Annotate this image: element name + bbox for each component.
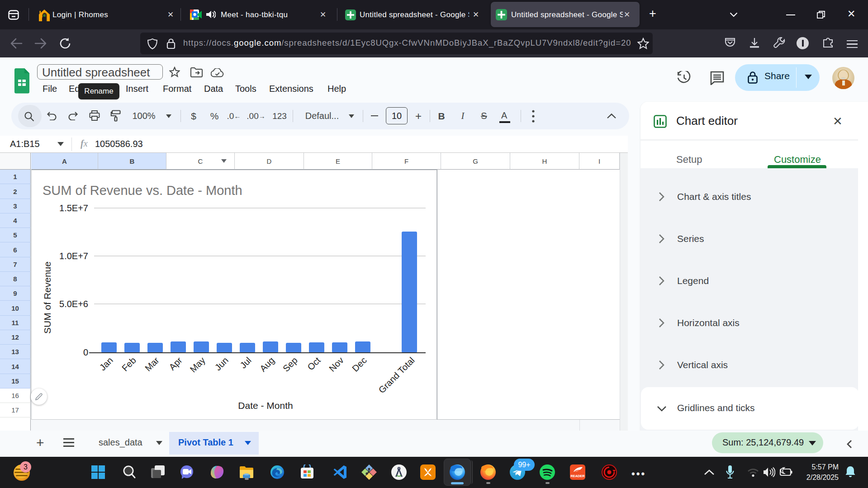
svg-text:Jan: Jan bbox=[97, 355, 114, 372]
svg-text:Sep: Sep bbox=[281, 355, 299, 374]
svg-text:1.5E+7: 1.5E+7 bbox=[59, 203, 88, 213]
svg-text:SUM of Revenue: SUM of Revenue bbox=[42, 261, 52, 334]
svg-text:5.0E+6: 5.0E+6 bbox=[59, 299, 88, 309]
svg-text:Oct: Oct bbox=[305, 355, 323, 372]
svg-text:SUM of Revenue vs. Date - Mont: SUM of Revenue vs. Date - Month bbox=[43, 183, 242, 198]
svg-text:Aug: Aug bbox=[258, 355, 276, 374]
svg-text:Dec: Dec bbox=[350, 355, 369, 374]
svg-text:Jun: Jun bbox=[213, 355, 230, 372]
svg-text:1.0E+7: 1.0E+7 bbox=[59, 251, 88, 261]
svg-text:Jul: Jul bbox=[238, 355, 253, 370]
svg-text:READER: READER bbox=[570, 474, 585, 478]
svg-text:0: 0 bbox=[83, 347, 88, 357]
svg-text:Feb: Feb bbox=[120, 355, 138, 373]
svg-text:Apr: Apr bbox=[167, 355, 184, 372]
svg-text:May: May bbox=[188, 355, 207, 374]
svg-text:Nov: Nov bbox=[327, 355, 346, 374]
svg-text:Date - Month: Date - Month bbox=[238, 400, 293, 411]
svg-text:Grand Total: Grand Total bbox=[376, 355, 416, 395]
svg-text:Mar: Mar bbox=[143, 355, 161, 373]
